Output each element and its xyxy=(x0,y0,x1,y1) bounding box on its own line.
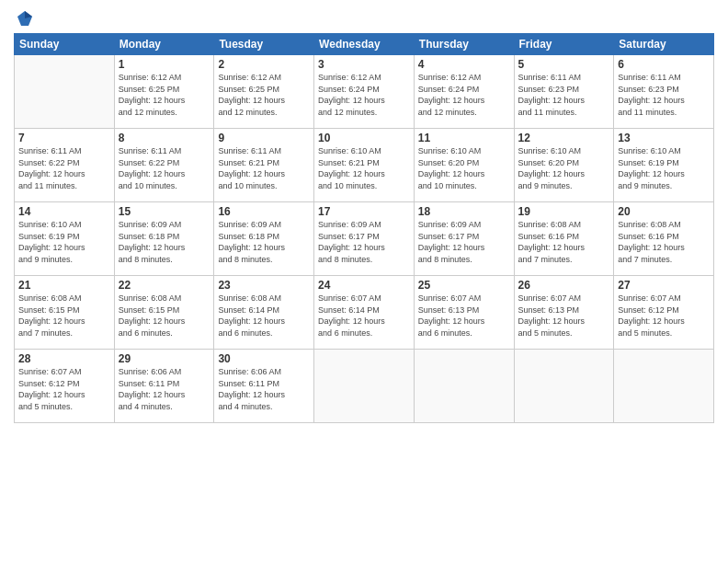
calendar-cell: 30Sunrise: 6:06 AM Sunset: 6:11 PM Dayli… xyxy=(214,350,314,423)
calendar-cell: 10Sunrise: 6:10 AM Sunset: 6:21 PM Dayli… xyxy=(314,129,415,202)
calendar-cell xyxy=(614,350,714,423)
calendar-cell: 6Sunrise: 6:11 AM Sunset: 6:23 PM Daylig… xyxy=(614,55,714,129)
day-info: Sunrise: 6:09 AM Sunset: 6:18 PM Dayligh… xyxy=(119,219,210,265)
day-info: Sunrise: 6:09 AM Sunset: 6:17 PM Dayligh… xyxy=(418,219,510,265)
day-number: 8 xyxy=(119,132,210,144)
day-header-tuesday: Tuesday xyxy=(214,34,314,55)
week-row-4: 21Sunrise: 6:08 AM Sunset: 6:15 PM Dayli… xyxy=(15,276,714,350)
day-info: Sunrise: 6:08 AM Sunset: 6:15 PM Dayligh… xyxy=(18,293,110,339)
day-number: 5 xyxy=(518,58,610,71)
day-number: 12 xyxy=(518,132,610,144)
day-info: Sunrise: 6:12 AM Sunset: 6:24 PM Dayligh… xyxy=(418,72,510,118)
calendar-cell: 9Sunrise: 6:11 AM Sunset: 6:21 PM Daylig… xyxy=(214,129,314,202)
day-number: 25 xyxy=(418,279,510,292)
day-info: Sunrise: 6:11 AM Sunset: 6:21 PM Dayligh… xyxy=(218,145,310,191)
day-number: 7 xyxy=(18,132,110,144)
day-info: Sunrise: 6:07 AM Sunset: 6:12 PM Dayligh… xyxy=(18,366,110,412)
calendar-cell xyxy=(414,350,514,423)
day-number: 1 xyxy=(119,58,210,71)
calendar-page: SundayMondayTuesdayWednesdayThursdayFrid… xyxy=(0,0,728,563)
calendar-cell: 7Sunrise: 6:11 AM Sunset: 6:22 PM Daylig… xyxy=(15,129,115,202)
day-number: 6 xyxy=(618,58,710,71)
day-number: 16 xyxy=(218,205,310,218)
day-header-friday: Friday xyxy=(514,34,614,55)
day-info: Sunrise: 6:08 AM Sunset: 6:14 PM Dayligh… xyxy=(218,293,310,339)
day-number: 22 xyxy=(119,279,210,292)
day-info: Sunrise: 6:07 AM Sunset: 6:14 PM Dayligh… xyxy=(318,293,410,339)
calendar-cell: 23Sunrise: 6:08 AM Sunset: 6:14 PM Dayli… xyxy=(214,276,314,350)
calendar-cell: 11Sunrise: 6:10 AM Sunset: 6:20 PM Dayli… xyxy=(414,129,514,202)
day-number: 11 xyxy=(418,132,510,144)
day-info: Sunrise: 6:07 AM Sunset: 6:13 PM Dayligh… xyxy=(418,293,510,339)
week-row-5: 28Sunrise: 6:07 AM Sunset: 6:12 PM Dayli… xyxy=(15,350,714,423)
logo xyxy=(14,9,34,26)
day-number: 28 xyxy=(18,352,110,365)
day-number: 26 xyxy=(518,279,610,292)
calendar-cell: 20Sunrise: 6:08 AM Sunset: 6:16 PM Dayli… xyxy=(614,202,714,276)
day-number: 17 xyxy=(318,205,410,218)
day-info: Sunrise: 6:08 AM Sunset: 6:16 PM Dayligh… xyxy=(518,219,610,265)
calendar-cell: 12Sunrise: 6:10 AM Sunset: 6:20 PM Dayli… xyxy=(514,129,614,202)
day-info: Sunrise: 6:07 AM Sunset: 6:12 PM Dayligh… xyxy=(618,293,710,339)
calendar-cell: 16Sunrise: 6:09 AM Sunset: 6:18 PM Dayli… xyxy=(214,202,314,276)
day-header-wednesday: Wednesday xyxy=(314,34,415,55)
calendar-cell: 14Sunrise: 6:10 AM Sunset: 6:19 PM Dayli… xyxy=(15,202,115,276)
day-info: Sunrise: 6:10 AM Sunset: 6:20 PM Dayligh… xyxy=(518,145,610,191)
day-number: 20 xyxy=(618,205,710,218)
calendar-cell: 25Sunrise: 6:07 AM Sunset: 6:13 PM Dayli… xyxy=(414,276,514,350)
day-header-thursday: Thursday xyxy=(414,34,514,55)
day-info: Sunrise: 6:09 AM Sunset: 6:18 PM Dayligh… xyxy=(218,219,310,265)
calendar-cell xyxy=(314,350,415,423)
calendar-cell: 24Sunrise: 6:07 AM Sunset: 6:14 PM Dayli… xyxy=(314,276,415,350)
calendar-cell: 22Sunrise: 6:08 AM Sunset: 6:15 PM Dayli… xyxy=(114,276,214,350)
day-number: 24 xyxy=(318,279,410,292)
calendar-cell: 13Sunrise: 6:10 AM Sunset: 6:19 PM Dayli… xyxy=(614,129,714,202)
calendar-cell: 18Sunrise: 6:09 AM Sunset: 6:17 PM Dayli… xyxy=(414,202,514,276)
day-number: 30 xyxy=(218,352,310,365)
day-number: 19 xyxy=(518,205,610,218)
day-info: Sunrise: 6:07 AM Sunset: 6:13 PM Dayligh… xyxy=(518,293,610,339)
day-number: 18 xyxy=(418,205,510,218)
day-number: 9 xyxy=(218,132,310,144)
logo-general xyxy=(14,9,34,28)
calendar-cell: 17Sunrise: 6:09 AM Sunset: 6:17 PM Dayli… xyxy=(314,202,415,276)
day-number: 4 xyxy=(418,58,510,71)
day-number: 29 xyxy=(119,352,210,365)
calendar-cell: 21Sunrise: 6:08 AM Sunset: 6:15 PM Dayli… xyxy=(15,276,115,350)
day-number: 15 xyxy=(119,205,210,218)
day-number: 3 xyxy=(318,58,410,71)
day-number: 10 xyxy=(318,132,410,144)
calendar-cell: 1Sunrise: 6:12 AM Sunset: 6:25 PM Daylig… xyxy=(114,55,214,129)
day-info: Sunrise: 6:09 AM Sunset: 6:17 PM Dayligh… xyxy=(318,219,410,265)
day-info: Sunrise: 6:11 AM Sunset: 6:22 PM Dayligh… xyxy=(119,145,210,191)
day-info: Sunrise: 6:12 AM Sunset: 6:25 PM Dayligh… xyxy=(119,72,210,118)
calendar-cell: 4Sunrise: 6:12 AM Sunset: 6:24 PM Daylig… xyxy=(414,55,514,129)
day-number: 23 xyxy=(218,279,310,292)
day-info: Sunrise: 6:10 AM Sunset: 6:19 PM Dayligh… xyxy=(618,145,710,191)
day-info: Sunrise: 6:11 AM Sunset: 6:23 PM Dayligh… xyxy=(618,72,710,118)
day-info: Sunrise: 6:12 AM Sunset: 6:25 PM Dayligh… xyxy=(218,72,310,118)
day-info: Sunrise: 6:08 AM Sunset: 6:15 PM Dayligh… xyxy=(119,293,210,339)
day-info: Sunrise: 6:10 AM Sunset: 6:19 PM Dayligh… xyxy=(18,219,110,265)
header xyxy=(14,9,714,26)
calendar-cell: 26Sunrise: 6:07 AM Sunset: 6:13 PM Dayli… xyxy=(514,276,614,350)
day-info: Sunrise: 6:06 AM Sunset: 6:11 PM Dayligh… xyxy=(119,366,210,412)
day-header-sunday: Sunday xyxy=(15,34,115,55)
calendar-cell: 15Sunrise: 6:09 AM Sunset: 6:18 PM Dayli… xyxy=(114,202,214,276)
day-info: Sunrise: 6:08 AM Sunset: 6:16 PM Dayligh… xyxy=(618,219,710,265)
week-row-3: 14Sunrise: 6:10 AM Sunset: 6:19 PM Dayli… xyxy=(15,202,714,276)
day-number: 21 xyxy=(18,279,110,292)
day-info: Sunrise: 6:10 AM Sunset: 6:21 PM Dayligh… xyxy=(318,145,410,191)
calendar-cell: 8Sunrise: 6:11 AM Sunset: 6:22 PM Daylig… xyxy=(114,129,214,202)
day-number: 14 xyxy=(18,205,110,218)
week-row-1: 1Sunrise: 6:12 AM Sunset: 6:25 PM Daylig… xyxy=(15,55,714,129)
day-header-monday: Monday xyxy=(114,34,214,55)
calendar-cell: 27Sunrise: 6:07 AM Sunset: 6:12 PM Dayli… xyxy=(614,276,714,350)
day-number: 27 xyxy=(618,279,710,292)
day-info: Sunrise: 6:11 AM Sunset: 6:23 PM Dayligh… xyxy=(518,72,610,118)
calendar-cell: 19Sunrise: 6:08 AM Sunset: 6:16 PM Dayli… xyxy=(514,202,614,276)
calendar-cell: 2Sunrise: 6:12 AM Sunset: 6:25 PM Daylig… xyxy=(214,55,314,129)
day-info: Sunrise: 6:11 AM Sunset: 6:22 PM Dayligh… xyxy=(18,145,110,191)
day-header-saturday: Saturday xyxy=(614,34,714,55)
day-number: 2 xyxy=(218,58,310,71)
